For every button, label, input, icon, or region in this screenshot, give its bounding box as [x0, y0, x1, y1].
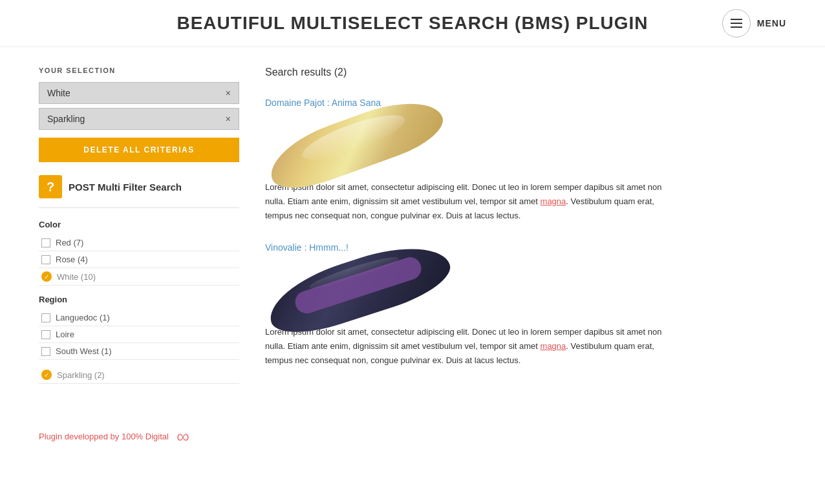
- color-filter-title: Color: [39, 220, 239, 229]
- filter-label-white: White (10): [57, 272, 96, 282]
- content-area: Search results (2) Domaine Pajot : Anima…: [265, 67, 786, 388]
- filter-label-loire: Loire: [56, 330, 74, 339]
- wine-image-1: [265, 114, 786, 173]
- filter-checkbox-southwest[interactable]: [41, 347, 50, 356]
- selection-tag-white: White ×: [39, 82, 239, 104]
- filter-checkbox-sparkling[interactable]: [41, 370, 52, 380]
- page-footer: Plugin developped by 100% Digital ∞: [0, 407, 825, 467]
- wine-bottle-white: [265, 114, 786, 173]
- wine-link-1[interactable]: Domaine Pajot : Anima Sana: [265, 98, 786, 108]
- footer-text: Plugin developped by 100% Digital: [39, 432, 169, 441]
- filter-color-red[interactable]: Red (7): [39, 235, 239, 251]
- wine-item-1: Domaine Pajot : Anima Sana Lorem ipsum d…: [265, 98, 786, 223]
- selection-tag-white-text: White: [47, 88, 70, 98]
- filter-checkbox-rose[interactable]: [41, 255, 50, 264]
- remove-sparkling-button[interactable]: ×: [226, 114, 231, 124]
- plugin-box: ? POST Multi Filter Search: [39, 175, 239, 208]
- filter-color-rose[interactable]: Rose (4): [39, 251, 239, 268]
- wine-description-2: Lorem ipsum dolor sit amet, consectetur …: [265, 325, 666, 368]
- hamburger-icon: [731, 19, 742, 28]
- wine-image-2: [265, 259, 786, 317]
- filter-region-languedoc[interactable]: Languedoc (1): [39, 310, 239, 326]
- filter-label-southwest: South West (1): [56, 346, 111, 356]
- filter-region-loire[interactable]: Loire: [39, 326, 239, 343]
- region-filter-title: Region: [39, 295, 239, 304]
- search-results-header: Search results (2): [265, 67, 786, 85]
- filter-label-rose: Rose (4): [56, 255, 88, 264]
- menu-icon-button[interactable]: [722, 9, 751, 37]
- main-layout: YOUR SELECTION White × Sparkling × DELET…: [0, 47, 825, 407]
- wine-bottle-dark: [265, 259, 786, 317]
- filter-checkbox-white[interactable]: [41, 271, 52, 282]
- page-title: BEAUTIFUL MULTISELECT SEARCH (BMS) PLUGI…: [177, 13, 648, 34]
- remove-white-button[interactable]: ×: [226, 88, 231, 98]
- filter-region-southwest[interactable]: South West (1): [39, 343, 239, 360]
- filter-sparkling[interactable]: Sparkling (2): [39, 366, 239, 384]
- your-selection-label: YOUR SELECTION: [39, 67, 239, 74]
- filter-label-sparkling: Sparkling (2): [57, 370, 105, 380]
- wine-item-2: Vinovalie : Hmmm...! Lorem ipsum dolor s…: [265, 242, 786, 368]
- selection-tag-sparkling: Sparkling ×: [39, 108, 239, 130]
- menu-area: MENU: [722, 9, 786, 37]
- highlight-magna-2: magna: [541, 341, 566, 351]
- filter-label-languedoc: Languedoc (1): [56, 313, 110, 322]
- plugin-icon: ?: [39, 175, 62, 198]
- sidebar: YOUR SELECTION White × Sparkling × DELET…: [39, 67, 239, 388]
- filter-label-red: Red (7): [56, 238, 83, 247]
- highlight-magna-1: magna: [541, 196, 566, 206]
- filter-checkbox-red[interactable]: [41, 238, 50, 247]
- menu-label[interactable]: MENU: [757, 18, 786, 28]
- plugin-title: POST Multi Filter Search: [69, 182, 182, 193]
- infinity-icon: ∞: [177, 426, 189, 447]
- delete-all-button[interactable]: DELETE ALL CRITERIAS: [39, 138, 239, 162]
- wine-link-2[interactable]: Vinovalie : Hmmm...!: [265, 242, 786, 253]
- page-header: BEAUTIFUL MULTISELECT SEARCH (BMS) PLUGI…: [0, 0, 825, 47]
- wine-description-1: Lorem ipsum dolor sit amet, consectetur …: [265, 180, 666, 223]
- footer-logo: ∞: [177, 426, 189, 447]
- selection-tag-sparkling-text: Sparkling: [47, 114, 85, 124]
- filter-checkbox-loire[interactable]: [41, 330, 50, 339]
- filter-checkbox-languedoc[interactable]: [41, 313, 50, 322]
- filter-color-white[interactable]: White (10): [39, 268, 239, 286]
